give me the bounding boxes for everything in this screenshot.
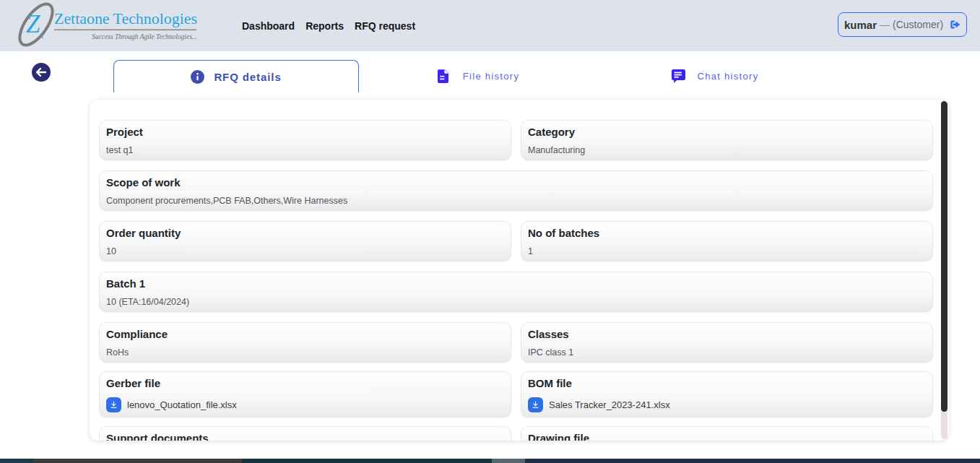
svg-text:Z: Z	[26, 10, 40, 38]
svg-text:i: i	[41, 30, 43, 40]
svg-text:Zettaone Technologies: Zettaone Technologies	[54, 9, 197, 27]
svg-text:Success Through Agile Technolo: Success Through Agile Technologies...	[92, 33, 197, 40]
